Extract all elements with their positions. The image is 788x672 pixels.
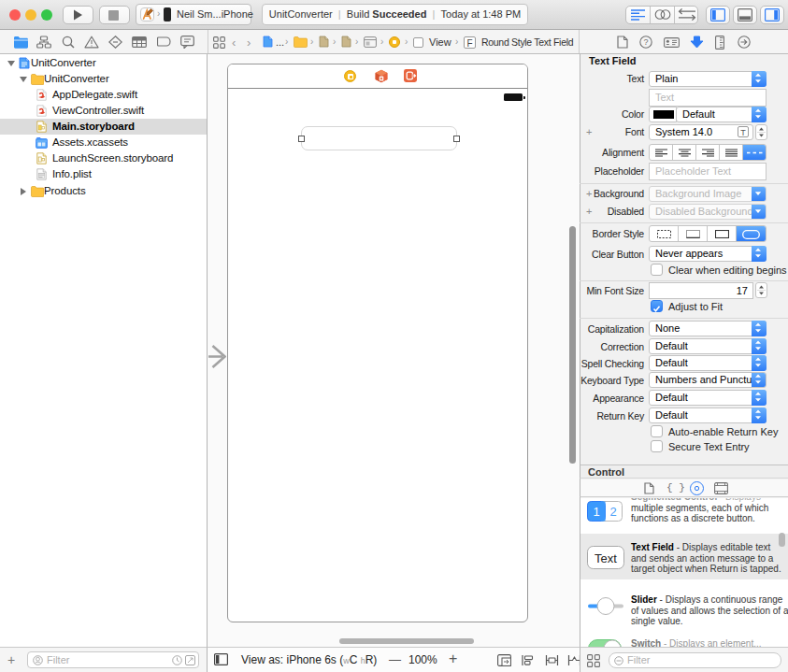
svg-text:?: ? bbox=[643, 37, 648, 47]
svg-text:Text: Text bbox=[595, 551, 617, 565]
svg-text:2: 2 bbox=[609, 505, 616, 519]
svg-text:1: 1 bbox=[593, 505, 599, 519]
